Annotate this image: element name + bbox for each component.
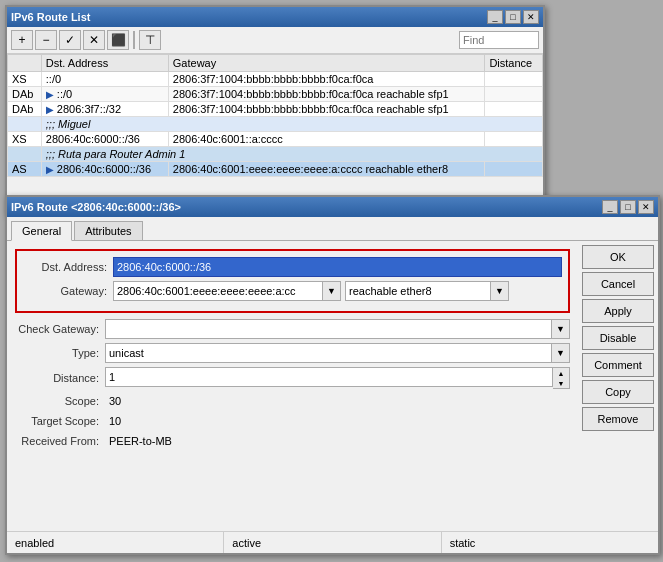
comment-button[interactable]: Comment: [582, 353, 654, 377]
scope-row: Scope: 30: [15, 393, 570, 409]
scope-value: 30: [105, 393, 125, 409]
cell-type: AS: [8, 162, 42, 177]
status-enabled: enabled: [7, 532, 224, 553]
received-from-label: Received From:: [15, 435, 105, 447]
copy-button[interactable]: Copy: [582, 380, 654, 404]
dst-address-row: Dst. Address:: [23, 257, 562, 277]
received-from-value: PEER-to-MB: [105, 433, 176, 449]
type-dropdown-btn[interactable]: ▼: [552, 343, 570, 363]
check-gateway-dropdown-btn[interactable]: ▼: [552, 319, 570, 339]
remove-button[interactable]: Remove: [582, 407, 654, 431]
gateway-dropdown-btn[interactable]: ▼: [323, 281, 341, 301]
distance-spinner: ▲ ▼: [553, 367, 570, 389]
disable-button[interactable]: Disable: [582, 326, 654, 350]
route-list-minimize-btn[interactable]: _: [487, 10, 503, 24]
cell-gateway: 2806:3f7:1004:bbbb:bbbb:bbbb:f0ca:f0ca r…: [168, 87, 485, 102]
cell-type: XS: [8, 72, 42, 87]
cell-type: XS: [8, 132, 42, 147]
route-edit-maximize-btn[interactable]: □: [620, 200, 636, 214]
cell-dst: ::/0: [41, 72, 168, 87]
arrow-icon: ▶: [46, 89, 54, 100]
table-row[interactable]: XS 2806:40c:6000::/36 2806:40c:6001::a:c…: [8, 132, 543, 147]
route-edit-close-btn[interactable]: ✕: [638, 200, 654, 214]
route-list-title-buttons: _ □ ✕: [487, 10, 539, 24]
add-btn[interactable]: +: [11, 30, 33, 50]
route-list-toolbar: + − ✓ ✕ ⬛ ⊤: [7, 27, 543, 54]
table-row-selected[interactable]: AS ▶ 2806:40c:6000::/36 2806:40c:6001:ee…: [8, 162, 543, 177]
table-row[interactable]: XS ::/0 2806:3f7:1004:bbbb:bbbb:bbbb:f0c…: [8, 72, 543, 87]
route-list-close-btn[interactable]: ✕: [523, 10, 539, 24]
table-header-row: Dst. Address Gateway Distance: [8, 55, 543, 72]
col-type: [8, 55, 42, 72]
gateway-second-dropdown-btn[interactable]: ▼: [491, 281, 509, 301]
arrow-icon: ▶: [46, 104, 54, 115]
distance-label: Distance:: [15, 372, 105, 384]
col-distance: Distance: [485, 55, 543, 72]
apply-button[interactable]: Apply: [582, 299, 654, 323]
check-gateway-input[interactable]: [105, 319, 552, 339]
target-scope-value: 10: [105, 413, 125, 429]
route-edit-title: IPv6 Route <2806:40c:6000::/36>: [11, 201, 181, 213]
gateway-input[interactable]: [113, 281, 323, 301]
cell-dst: 2806:40c:6000::/36: [41, 132, 168, 147]
route-list-titlebar: IPv6 Route List _ □ ✕: [7, 7, 543, 27]
check-gateway-row: Check Gateway: ▼: [15, 319, 570, 339]
route-list-title: IPv6 Route List: [11, 11, 90, 23]
remove-toolbar-btn[interactable]: −: [35, 30, 57, 50]
cell-type: [8, 147, 42, 162]
scope-label: Scope:: [15, 395, 105, 407]
cell-gateway: 2806:40c:6001::a:cccc: [168, 132, 485, 147]
status-bar: enabled active static: [7, 531, 658, 553]
toolbar-separator: [133, 31, 135, 49]
search-input[interactable]: [459, 31, 539, 49]
table-row[interactable]: DAb ▶ ::/0 2806:3f7:1004:bbbb:bbbb:bbbb:…: [8, 87, 543, 102]
cell-dst: ▶ 2806:3f7::/32: [41, 102, 168, 117]
route-list-window: IPv6 Route List _ □ ✕ + − ✓ ✕ ⬛ ⊤ Dst. A…: [5, 5, 545, 215]
route-edit-minimize-btn[interactable]: _: [602, 200, 618, 214]
tab-bar: General Attributes: [7, 217, 658, 241]
copy-toolbar-btn[interactable]: ⬛: [107, 30, 129, 50]
check-gateway-select-wrapper: ▼: [105, 319, 570, 339]
address-section: Dst. Address: Gateway: ▼ ▼: [15, 249, 570, 313]
type-input[interactable]: [105, 343, 552, 363]
cell-dst: ▶ 2806:40c:6000::/36: [41, 162, 168, 177]
cell-distance: [485, 162, 543, 177]
col-gateway: Gateway: [168, 55, 485, 72]
route-table-container: Dst. Address Gateway Distance XS ::/0 28…: [7, 54, 543, 214]
cell-gateway: 2806:3f7:1004:bbbb:bbbb:bbbb:f0ca:f0ca: [168, 72, 485, 87]
status-active: active: [224, 532, 441, 553]
cell-section-label: ;;; Miguel: [41, 117, 542, 132]
check-btn[interactable]: ✓: [59, 30, 81, 50]
arrow-icon: ▶: [46, 164, 54, 175]
cross-btn[interactable]: ✕: [83, 30, 105, 50]
tab-general[interactable]: General: [11, 221, 72, 241]
dst-address-label: Dst. Address:: [23, 261, 113, 273]
type-label: Type:: [15, 347, 105, 359]
cell-gateway: 2806:3f7:1004:bbbb:bbbb:bbbb:f0ca:f0ca r…: [168, 102, 485, 117]
cell-type: [8, 117, 42, 132]
cancel-button[interactable]: Cancel: [582, 272, 654, 296]
tab-attributes[interactable]: Attributes: [74, 221, 142, 240]
filter-btn[interactable]: ⊤: [139, 30, 161, 50]
cell-type: DAb: [8, 87, 42, 102]
target-scope-row: Target Scope: 10: [15, 413, 570, 429]
distance-input[interactable]: [105, 367, 553, 387]
cell-distance: [485, 132, 543, 147]
dst-address-input[interactable]: [113, 257, 562, 277]
cell-dst: ▶ ::/0: [41, 87, 168, 102]
gateway-label: Gateway:: [23, 285, 113, 297]
route-list-maximize-btn[interactable]: □: [505, 10, 521, 24]
gateway-inputs: ▼ ▼: [113, 281, 509, 301]
cell-distance: [485, 102, 543, 117]
distance-up-btn[interactable]: ▲: [553, 368, 569, 378]
cell-type: DAb: [8, 102, 42, 117]
content-area: Dst. Address: Gateway: ▼ ▼ Check Gateway…: [7, 241, 658, 545]
type-select-wrapper: ▼: [105, 343, 570, 363]
table-row[interactable]: DAb ▶ 2806:3f7::/32 2806:3f7:1004:bbbb:b…: [8, 102, 543, 117]
col-dst: Dst. Address: [41, 55, 168, 72]
gateway-second-input[interactable]: [345, 281, 491, 301]
check-gateway-label: Check Gateway:: [15, 323, 105, 335]
distance-down-btn[interactable]: ▼: [553, 378, 569, 388]
distance-row: Distance: ▲ ▼: [15, 367, 570, 389]
ok-button[interactable]: OK: [582, 245, 654, 269]
